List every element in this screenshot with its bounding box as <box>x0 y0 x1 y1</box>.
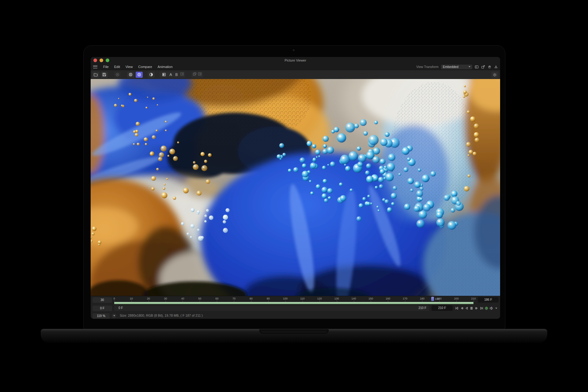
chip-x-button[interactable] <box>127 72 134 78</box>
ruler-tick: 90 <box>267 297 270 300</box>
ruler-tick: 210 <box>471 297 476 300</box>
view-transform-value: Embedded <box>443 65 458 69</box>
ruler-tick: 20 <box>147 297 150 300</box>
render-gear-icon[interactable] <box>484 306 489 311</box>
chevron-down-icon <box>469 66 470 67</box>
step-back-icon[interactable] <box>459 306 464 311</box>
end-frame-field[interactable]: 210 F <box>432 305 453 311</box>
pause-icon[interactable] <box>469 306 474 311</box>
jump-end-icon[interactable] <box>479 306 484 311</box>
range-bar-start-label: 0 F <box>119 305 123 311</box>
timeline-panel: 30 0102030405060708090100110120130140150… <box>91 296 500 319</box>
lid-notch <box>259 329 329 334</box>
pop-out-icon[interactable] <box>481 65 485 69</box>
ruler-tick: 170 <box>403 297 407 300</box>
molecule-icon[interactable] <box>491 72 498 78</box>
macbook-base <box>41 329 547 343</box>
timeline-ruler[interactable]: 0102030405060708090100110120130140150160… <box>114 297 473 304</box>
ruler-tick: 0 <box>113 297 115 300</box>
dock-pin-icon[interactable] <box>494 65 498 69</box>
menu-item[interactable]: File <box>100 65 111 69</box>
menu-item[interactable]: View <box>123 65 136 69</box>
framerate-field[interactable]: 30 <box>92 297 112 303</box>
more-caret-icon[interactable] <box>494 306 499 311</box>
audio-icon[interactable] <box>489 306 494 311</box>
ruler-tick: 60 <box>215 297 218 300</box>
playhead-frame-label: 186 <box>435 297 439 300</box>
current-frame-field[interactable]: 186 F <box>478 297 499 303</box>
menu-item[interactable]: Edit <box>111 65 123 69</box>
hand-icon[interactable] <box>488 65 492 69</box>
zoom-button[interactable] <box>106 58 109 62</box>
transport-controls <box>454 305 499 311</box>
ruler-tick: 130 <box>334 297 339 300</box>
ruler-tick: 180 <box>420 297 424 300</box>
ruler-tick: 140 <box>351 297 356 300</box>
ruler-tick: 150 <box>368 297 373 300</box>
minimize-button[interactable] <box>100 58 103 62</box>
cache-bar <box>114 302 473 304</box>
split-view-icon[interactable] <box>475 65 479 69</box>
ruler-tick: 120 <box>317 297 322 300</box>
status-text: Size: 2880x1800, RGB (8 Bit), 19.78 MB, … <box>120 312 203 319</box>
ruler-tick: 30 <box>164 297 167 300</box>
ruler-tick: 50 <box>198 297 201 300</box>
chevron-down-icon <box>113 315 115 316</box>
preview-range-bar[interactable]: 0 F 210 F <box>114 305 429 311</box>
compare-panel-icon[interactable] <box>160 72 168 78</box>
viewer-image <box>91 79 500 296</box>
ruler-tick: 80 <box>250 297 253 300</box>
macbook-screen: Picture Viewer FileEditViewCompareAnimat… <box>83 45 505 330</box>
desktop-background: Picture Viewer FileEditViewCompareAnimat… <box>0 0 588 392</box>
menu-item[interactable]: Animation <box>155 65 175 69</box>
menubar: FileEditViewCompareAnimation View Transf… <box>91 64 500 70</box>
range-start-field[interactable]: 0 F <box>92 306 112 311</box>
compare-b-button[interactable]: B <box>174 73 179 77</box>
step-forward-icon[interactable] <box>474 306 479 311</box>
swap-icon <box>180 72 184 77</box>
image-viewport[interactable] <box>91 79 500 296</box>
ruler-tick: 100 <box>283 297 288 300</box>
menu-hamburger-icon[interactable] <box>93 66 97 68</box>
compare-a-button[interactable]: A <box>168 73 173 77</box>
ruler-tick: 110 <box>300 297 304 300</box>
camera-dot <box>293 49 295 51</box>
toolbar: A B <box>91 70 500 79</box>
close-button[interactable] <box>93 58 97 62</box>
picture-viewer-window: Picture Viewer FileEditViewCompareAnimat… <box>91 57 500 319</box>
open-folder-button[interactable] <box>92 72 99 78</box>
zoom-level-field[interactable]: 119 % <box>92 313 110 319</box>
ruler-tick: 160 <box>386 297 390 300</box>
window-title: Picture Viewer <box>91 57 500 64</box>
jump-start-icon[interactable] <box>454 306 459 311</box>
range-bar-end-label: 210 F <box>418 305 426 311</box>
view-transform-label: View Transform <box>416 65 439 69</box>
ruler-tick: 10 <box>130 297 133 300</box>
circle-x-icon[interactable] <box>114 72 121 78</box>
ruler-tick: 70 <box>232 297 236 300</box>
menu-list: FileEditViewCompareAnimation <box>100 65 175 69</box>
view-transform-dropdown[interactable]: Embedded <box>441 65 472 69</box>
save-as-icon <box>198 72 202 77</box>
ruler-tick: 40 <box>181 297 184 300</box>
copy-icon <box>192 72 197 77</box>
zoom-dropdown-button[interactable] <box>112 314 116 318</box>
contrast-icon[interactable] <box>148 72 155 78</box>
playhead[interactable]: 186 <box>431 297 434 301</box>
ruler-tick: 200 <box>454 297 459 300</box>
titlebar: Picture Viewer <box>91 57 500 64</box>
play-reverse-icon[interactable] <box>464 306 469 311</box>
menu-item[interactable]: Compare <box>135 65 155 69</box>
chip-button-selected[interactable] <box>136 72 143 78</box>
save-button[interactable] <box>101 72 108 78</box>
